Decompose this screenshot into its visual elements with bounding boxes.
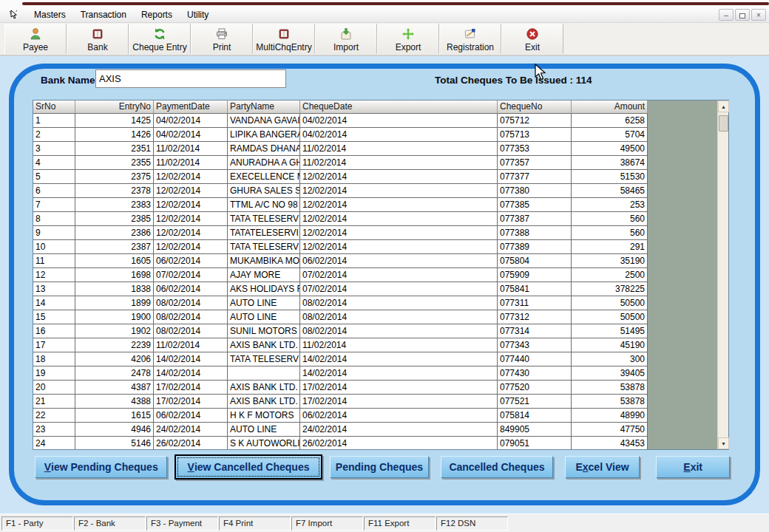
cell-chequedate[interactable]: 14/02/2014 <box>300 366 498 381</box>
cell-chequeno[interactable]: 077389 <box>498 240 572 254</box>
cell-paymentdate[interactable]: 17/02/2014 <box>154 381 228 395</box>
view-pending-cheques-button[interactable]: View Pending Cheques <box>35 456 167 478</box>
cell-chequedate[interactable]: 12/02/2014 <box>300 170 498 184</box>
cell-entryno[interactable]: 2386 <box>75 226 154 240</box>
cell-amount[interactable]: 253 <box>572 198 648 212</box>
cell-paymentdate[interactable]: 04/02/2014 <box>154 128 228 142</box>
cell-amount[interactable]: 35190 <box>572 254 648 268</box>
cell-srno[interactable]: 8 <box>33 212 75 226</box>
cell-paymentdate[interactable]: 24/02/2014 <box>154 423 228 437</box>
table-row[interactable]: 16190208/02/2014SUNIL MOTORS08/02/201407… <box>33 324 648 338</box>
cell-srno[interactable]: 24 <box>33 437 75 449</box>
cell-entryno[interactable]: 2239 <box>75 338 154 352</box>
cell-srno[interactable]: 20 <box>33 381 75 395</box>
scrollbar-thumb[interactable] <box>719 115 728 132</box>
cell-chequedate[interactable]: 08/02/2014 <box>300 310 498 324</box>
table-row[interactable]: 5237512/02/2014EXECELLENCE M12/02/201407… <box>33 170 648 184</box>
cell-entryno[interactable]: 1605 <box>75 254 154 268</box>
cell-paymentdate[interactable]: 26/02/2014 <box>154 437 228 449</box>
cell-chequeno[interactable]: 077357 <box>498 156 572 170</box>
cell-partyname[interactable]: H K F MOTORS <box>228 409 300 423</box>
cell-entryno[interactable]: 4206 <box>75 352 154 366</box>
cell-partyname[interactable]: AXIS BANK LTD. <box>228 395 300 409</box>
table-row[interactable]: 22161506/02/2014H K F MOTORS06/02/201407… <box>33 409 648 423</box>
cell-partyname[interactable]: AJAY MORE <box>228 268 300 282</box>
toolbar-payee-button[interactable]: Payee <box>4 24 67 54</box>
cell-srno[interactable]: 4 <box>33 156 75 170</box>
cell-srno[interactable]: 6 <box>33 184 75 198</box>
table-row[interactable]: 12169807/02/2014AJAY MORE07/02/201407590… <box>33 268 648 282</box>
cell-entryno[interactable]: 4388 <box>75 395 154 409</box>
column-header-partyname[interactable]: PartyName <box>228 100 300 114</box>
cell-partyname[interactable]: AXIS BANK LTD. <box>228 338 300 352</box>
cell-entryno[interactable]: 2355 <box>75 156 154 170</box>
cell-chequedate[interactable]: 26/02/2014 <box>300 437 498 449</box>
cell-partyname[interactable]: AUTO LINE <box>228 296 300 310</box>
column-header-entryno[interactable]: EntryNo <box>75 100 154 114</box>
cell-entryno[interactable]: 1902 <box>75 324 154 338</box>
cell-chequeno[interactable]: 077521 <box>498 395 572 409</box>
cell-paymentdate[interactable]: 17/02/2014 <box>154 395 228 409</box>
cell-paymentdate[interactable]: 11/02/2014 <box>154 156 228 170</box>
cell-paymentdate[interactable]: 11/02/2014 <box>154 338 228 352</box>
cell-paymentdate[interactable]: 08/02/2014 <box>154 324 228 338</box>
table-row[interactable]: 7238312/02/2014TTML A/C NO 9812/02/20140… <box>33 198 648 212</box>
cell-chequeno[interactable]: 849905 <box>498 423 572 437</box>
cell-srno[interactable]: 16 <box>33 324 75 338</box>
table-row[interactable]: 1142504/02/2014VANDANA GAVAI04/02/201407… <box>33 114 648 128</box>
cell-paymentdate[interactable]: 06/02/2014 <box>154 254 228 268</box>
cell-entryno[interactable]: 2385 <box>75 212 154 226</box>
cell-chequeno[interactable]: 075712 <box>498 114 572 128</box>
cell-entryno[interactable]: 1838 <box>75 282 154 296</box>
cell-entryno[interactable]: 1615 <box>75 409 154 423</box>
cell-paymentdate[interactable]: 08/02/2014 <box>154 296 228 310</box>
cell-amount[interactable]: 51495 <box>572 324 648 338</box>
cell-chequeno[interactable]: 077388 <box>498 226 572 240</box>
column-header-paymentdate[interactable]: PaymentDate <box>154 100 228 114</box>
cell-chequeno[interactable]: 075909 <box>498 268 572 282</box>
cell-chequeno[interactable]: 077353 <box>498 142 572 156</box>
cell-chequedate[interactable]: 07/02/2014 <box>300 268 498 282</box>
cell-chequedate[interactable]: 04/02/2014 <box>300 128 498 142</box>
restore-button[interactable] <box>735 9 750 21</box>
menu-item-reports[interactable]: Reports <box>134 7 180 22</box>
cell-amount[interactable]: 300 <box>572 352 648 366</box>
cell-chequedate[interactable]: 07/02/2014 <box>300 282 498 296</box>
table-row[interactable]: 14189908/02/2014AUTO LINE08/02/201407731… <box>33 296 648 310</box>
cell-chequedate[interactable]: 11/02/2014 <box>300 142 498 156</box>
cell-chequeno[interactable]: 077312 <box>498 310 572 324</box>
cell-amount[interactable]: 48990 <box>572 409 648 423</box>
cell-amount[interactable]: 5704 <box>572 128 648 142</box>
cell-srno[interactable]: 22 <box>33 409 75 423</box>
table-row[interactable]: 10238712/02/2014TATA TELESERV12/02/20140… <box>33 240 648 254</box>
cell-chequeno[interactable]: 077520 <box>498 381 572 395</box>
table-row[interactable]: 18420614/02/2014TATA TELESERV14/02/20140… <box>33 352 648 366</box>
cell-srno[interactable]: 2 <box>33 128 75 142</box>
cell-amount[interactable]: 560 <box>572 212 648 226</box>
bank-name-input[interactable] <box>95 69 286 88</box>
cell-paymentdate[interactable]: 12/02/2014 <box>154 170 228 184</box>
cell-srno[interactable]: 7 <box>33 198 75 212</box>
cell-srno[interactable]: 15 <box>33 310 75 324</box>
cell-srno[interactable]: 12 <box>33 268 75 282</box>
cell-chequedate[interactable]: 08/02/2014 <box>300 324 498 338</box>
toolbar-export-button[interactable]: Export <box>377 24 439 54</box>
table-row[interactable]: 8238512/02/2014TATA TELESERV12/02/201407… <box>33 212 648 226</box>
cell-entryno[interactable]: 2478 <box>75 366 154 381</box>
grid-vertical-scrollbar[interactable]: ▲ ▼ <box>717 100 728 449</box>
cell-chequeno[interactable]: 077387 <box>498 212 572 226</box>
column-header-srno[interactable]: SrNo <box>33 100 75 114</box>
cell-partyname[interactable]: SUNIL MOTORS <box>228 324 300 338</box>
cell-srno[interactable]: 21 <box>33 395 75 409</box>
cell-chequedate[interactable]: 17/02/2014 <box>300 381 498 395</box>
cell-entryno[interactable]: 2375 <box>75 170 154 184</box>
toolbar-registration-button[interactable]: Registration <box>439 24 501 54</box>
cell-paymentdate[interactable]: 06/02/2014 <box>154 409 228 423</box>
cell-amount[interactable]: 291 <box>572 240 648 254</box>
cell-chequedate[interactable]: 12/02/2014 <box>300 212 498 226</box>
column-header-chequeno[interactable]: ChequeNo <box>498 100 572 114</box>
table-row[interactable]: 9238612/02/2014TATATELESERVI12/02/201407… <box>33 226 648 240</box>
cell-srno[interactable]: 3 <box>33 142 75 156</box>
cell-chequeno[interactable]: 077377 <box>498 170 572 184</box>
table-row[interactable]: 21438817/02/2014AXIS BANK LTD.17/02/2014… <box>33 395 648 409</box>
